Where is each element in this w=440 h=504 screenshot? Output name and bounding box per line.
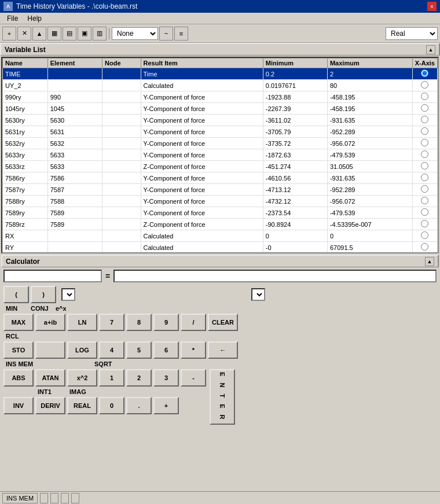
btn-dot[interactable]: . [126, 397, 152, 414]
col-header-element: Element [47, 58, 102, 68]
table-row[interactable]: UY_2Calculated0.019767180 [3, 80, 438, 91]
xaxis-radio[interactable] [421, 174, 428, 181]
calc-expr-input[interactable] [113, 270, 437, 282]
btn-backspace[interactable]: ← [208, 341, 238, 359]
table-row[interactable]: 990ry990Y-Component of force-1923.88-458… [3, 91, 438, 103]
btn-8[interactable]: 8 [126, 314, 152, 331]
toolbar-table-btn[interactable]: ▦ [47, 27, 61, 41]
label-imag: IMAG [67, 388, 97, 395]
toolbar-save-btn[interactable]: ▣ [78, 27, 91, 41]
xaxis-radio[interactable] [421, 150, 428, 158]
col-header-minimum: Minimum [263, 58, 327, 68]
xaxis-radio[interactable] [421, 139, 428, 146]
toolbar-import-btn[interactable]: ▥ [93, 27, 107, 41]
close-button[interactable]: × [427, 2, 437, 11]
col-header-name: Name [3, 58, 48, 68]
btn-multiply[interactable]: * [181, 341, 206, 359]
toolbar-separator [109, 28, 109, 39]
toolbar-wave-btn[interactable]: ~ [159, 27, 173, 41]
table-row[interactable]: 5631ry5631Y-Component of force-3705.79-9… [3, 126, 438, 138]
xaxis-radio[interactable] [421, 197, 428, 204]
btn-sto-blank[interactable] [35, 341, 65, 359]
menu-file[interactable]: File [2, 13, 23, 24]
panel-collapse-btn[interactable]: ▲ [426, 45, 435, 54]
table-row[interactable]: 5633rz5633Z-Component of force-451.27431… [3, 161, 438, 172]
btn-enter[interactable]: E N T E R [210, 369, 235, 425]
xaxis-radio[interactable] [421, 243, 428, 251]
table-row[interactable]: RZCalculated-499.287-9.06826e-007 [3, 253, 438, 254]
status-ins-mem: INS MEM [2, 493, 38, 503]
btn-xsq[interactable]: x^2 [67, 369, 97, 387]
btn-4[interactable]: 4 [99, 341, 124, 359]
variable-list-table-container[interactable]: Name Element Node Result Item Minimum Ma… [1, 57, 439, 253]
table-row[interactable]: 5633ry5633Y-Component of force-1872.63-4… [3, 149, 438, 161]
xaxis-radio[interactable] [421, 93, 428, 100]
btn-sto[interactable]: STO [3, 341, 34, 359]
table-row[interactable]: 5632ry5632Y-Component of force-3735.72-9… [3, 138, 438, 149]
btn-9[interactable]: 9 [153, 314, 179, 331]
xaxis-radio[interactable] [421, 104, 428, 112]
btn-3[interactable]: 3 [153, 369, 179, 387]
table-row[interactable]: 7589ry7589Y-Component of force-2373.54-4… [3, 207, 438, 219]
xaxis-radio[interactable] [421, 116, 428, 123]
btn-1[interactable]: 1 [99, 369, 124, 387]
btn-atan[interactable]: ATAN [35, 369, 65, 387]
calculator-panel: Calculator ▲ = ( ) [1, 255, 439, 427]
toolbar-list-btn[interactable]: ▤ [63, 27, 76, 41]
btn-6[interactable]: 6 [153, 341, 179, 359]
btn-subtract[interactable]: - [181, 369, 206, 387]
calc-result-input[interactable] [3, 270, 102, 282]
calc-dropdown-1[interactable] [61, 288, 75, 301]
btn-7[interactable]: 7 [99, 314, 124, 331]
btn-clear[interactable]: CLEAR [208, 314, 238, 331]
label-rcl: RCL [3, 333, 34, 340]
btn-5[interactable]: 5 [126, 341, 152, 359]
xaxis-radio[interactable] [421, 81, 428, 89]
table-row[interactable]: RYCalculated-067091.5 [3, 242, 438, 253]
btn-max[interactable]: MAX [3, 314, 34, 331]
table-row[interactable]: RXCalculated00 [3, 230, 438, 242]
toolbar-add-btn[interactable]: + [2, 27, 16, 41]
toolbar-graph-btn[interactable]: ▲ [32, 27, 46, 41]
app-icon: Λ [3, 2, 13, 11]
btn-log[interactable]: LOG [67, 341, 97, 359]
menu-help[interactable]: Help [23, 13, 46, 24]
xaxis-radio[interactable] [421, 127, 428, 135]
toolbar-real-dropdown[interactable]: Real Imaginary Amplitude Phase [386, 27, 438, 40]
toolbar-delete-btn[interactable]: ✕ [17, 27, 31, 41]
btn-2[interactable]: 2 [126, 369, 152, 387]
label-int1-val: INT1 [35, 388, 65, 395]
btn-paren-left[interactable]: ( [3, 286, 29, 303]
table-row[interactable]: 1045ry1045Y-Component of force-2267.39-4… [3, 103, 438, 115]
xaxis-radio[interactable] [421, 162, 428, 170]
btn-0[interactable]: 0 [99, 397, 124, 414]
table-row[interactable]: 5630ry5630Y-Component of force-3611.02-9… [3, 115, 438, 126]
btn-ln[interactable]: LN [67, 314, 97, 331]
calc-dropdown-2[interactable] [251, 288, 265, 301]
btn-complex[interactable]: a+ib [35, 314, 65, 331]
status-bar: INS MEM [0, 491, 440, 504]
btn-deriv[interactable]: DERIV [35, 397, 65, 414]
table-row[interactable]: 7586ry7586Y-Component of force-4610.56-9… [3, 172, 438, 184]
calc-collapse-btn[interactable]: ▲ [425, 257, 434, 266]
table-row[interactable]: 7589rz7589Z-Component of force-90.8924-4… [3, 219, 438, 230]
table-row[interactable]: TIMETime0.22 [3, 68, 438, 80]
btn-inv[interactable]: INV [3, 397, 34, 414]
xaxis-radio[interactable] [421, 231, 428, 239]
btn-paren-right[interactable]: ) [31, 286, 56, 303]
status-item-3 [50, 493, 58, 503]
toolbar-none-dropdown[interactable]: None [112, 27, 158, 40]
xaxis-radio[interactable] [421, 69, 428, 77]
xaxis-radio[interactable] [421, 208, 428, 216]
btn-divide[interactable]: / [181, 314, 206, 331]
table-row[interactable]: 7588ry7588Y-Component of force-4732.12-9… [3, 196, 438, 207]
toolbar-bar-btn[interactable]: ≡ [174, 27, 188, 41]
table-row[interactable]: 7587ry7587Y-Component of force-4713.12-9… [3, 184, 438, 196]
xaxis-radio[interactable] [421, 220, 428, 227]
calculator-header: Calculator ▲ [1, 255, 439, 267]
xaxis-radio[interactable] [421, 185, 428, 193]
btn-real[interactable]: REAL [67, 397, 97, 414]
btn-add[interactable]: + [153, 397, 179, 414]
toolbar: + ✕ ▲ ▦ ▤ ▣ ▥ None ~ ≡ Real Imaginary Am… [0, 24, 440, 43]
btn-abs[interactable]: ABS [3, 369, 34, 387]
